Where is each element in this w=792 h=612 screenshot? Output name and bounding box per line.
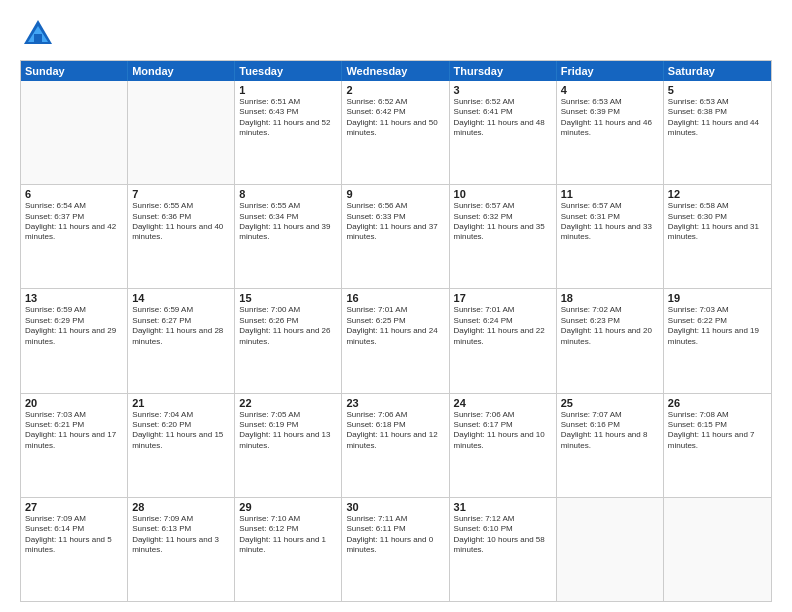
sunrise-text: Sunrise: 7:12 AM <box>454 514 552 524</box>
header-day-friday: Friday <box>557 61 664 81</box>
day-cell-1: 1Sunrise: 6:51 AMSunset: 6:43 PMDaylight… <box>235 81 342 184</box>
sunset-text: Sunset: 6:23 PM <box>561 316 659 326</box>
sunset-text: Sunset: 6:14 PM <box>25 524 123 534</box>
day-number: 20 <box>25 397 123 409</box>
day-cell-29: 29Sunrise: 7:10 AMSunset: 6:12 PMDayligh… <box>235 498 342 601</box>
day-cell-25: 25Sunrise: 7:07 AMSunset: 6:16 PMDayligh… <box>557 394 664 497</box>
sunset-text: Sunset: 6:36 PM <box>132 212 230 222</box>
sunset-text: Sunset: 6:33 PM <box>346 212 444 222</box>
daylight-text: Daylight: 11 hours and 35 minutes. <box>454 222 552 243</box>
day-number: 30 <box>346 501 444 513</box>
sunset-text: Sunset: 6:38 PM <box>668 107 767 117</box>
sunrise-text: Sunrise: 7:06 AM <box>454 410 552 420</box>
day-cell-6: 6Sunrise: 6:54 AMSunset: 6:37 PMDaylight… <box>21 185 128 288</box>
day-cell-22: 22Sunrise: 7:05 AMSunset: 6:19 PMDayligh… <box>235 394 342 497</box>
daylight-text: Daylight: 11 hours and 0 minutes. <box>346 535 444 556</box>
day-number: 10 <box>454 188 552 200</box>
day-cell-27: 27Sunrise: 7:09 AMSunset: 6:14 PMDayligh… <box>21 498 128 601</box>
sunset-text: Sunset: 6:10 PM <box>454 524 552 534</box>
daylight-text: Daylight: 11 hours and 12 minutes. <box>346 430 444 451</box>
sunset-text: Sunset: 6:12 PM <box>239 524 337 534</box>
sunset-text: Sunset: 6:39 PM <box>561 107 659 117</box>
daylight-text: Daylight: 11 hours and 22 minutes. <box>454 326 552 347</box>
day-cell-11: 11Sunrise: 6:57 AMSunset: 6:31 PMDayligh… <box>557 185 664 288</box>
sunrise-text: Sunrise: 6:56 AM <box>346 201 444 211</box>
daylight-text: Daylight: 11 hours and 37 minutes. <box>346 222 444 243</box>
sunset-text: Sunset: 6:25 PM <box>346 316 444 326</box>
page: SundayMondayTuesdayWednesdayThursdayFrid… <box>0 0 792 612</box>
day-number: 19 <box>668 292 767 304</box>
day-cell-empty <box>21 81 128 184</box>
day-number: 28 <box>132 501 230 513</box>
day-cell-17: 17Sunrise: 7:01 AMSunset: 6:24 PMDayligh… <box>450 289 557 392</box>
sunset-text: Sunset: 6:42 PM <box>346 107 444 117</box>
sunset-text: Sunset: 6:18 PM <box>346 420 444 430</box>
day-number: 25 <box>561 397 659 409</box>
day-number: 21 <box>132 397 230 409</box>
day-cell-15: 15Sunrise: 7:00 AMSunset: 6:26 PMDayligh… <box>235 289 342 392</box>
daylight-text: Daylight: 11 hours and 28 minutes. <box>132 326 230 347</box>
day-number: 3 <box>454 84 552 96</box>
day-number: 5 <box>668 84 767 96</box>
day-cell-empty <box>557 498 664 601</box>
sunset-text: Sunset: 6:22 PM <box>668 316 767 326</box>
daylight-text: Daylight: 11 hours and 31 minutes. <box>668 222 767 243</box>
calendar: SundayMondayTuesdayWednesdayThursdayFrid… <box>20 60 772 602</box>
daylight-text: Daylight: 11 hours and 1 minute. <box>239 535 337 556</box>
calendar-row-1: 1Sunrise: 6:51 AMSunset: 6:43 PMDaylight… <box>21 81 771 184</box>
day-number: 23 <box>346 397 444 409</box>
daylight-text: Daylight: 11 hours and 15 minutes. <box>132 430 230 451</box>
sunrise-text: Sunrise: 7:04 AM <box>132 410 230 420</box>
day-number: 17 <box>454 292 552 304</box>
calendar-header: SundayMondayTuesdayWednesdayThursdayFrid… <box>21 61 771 81</box>
calendar-row-2: 6Sunrise: 6:54 AMSunset: 6:37 PMDaylight… <box>21 184 771 288</box>
day-cell-10: 10Sunrise: 6:57 AMSunset: 6:32 PMDayligh… <box>450 185 557 288</box>
header-day-sunday: Sunday <box>21 61 128 81</box>
daylight-text: Daylight: 11 hours and 10 minutes. <box>454 430 552 451</box>
day-cell-4: 4Sunrise: 6:53 AMSunset: 6:39 PMDaylight… <box>557 81 664 184</box>
day-cell-18: 18Sunrise: 7:02 AMSunset: 6:23 PMDayligh… <box>557 289 664 392</box>
sunrise-text: Sunrise: 6:52 AM <box>454 97 552 107</box>
day-number: 22 <box>239 397 337 409</box>
day-number: 11 <box>561 188 659 200</box>
sunset-text: Sunset: 6:43 PM <box>239 107 337 117</box>
sunset-text: Sunset: 6:26 PM <box>239 316 337 326</box>
day-number: 16 <box>346 292 444 304</box>
daylight-text: Daylight: 11 hours and 5 minutes. <box>25 535 123 556</box>
day-cell-20: 20Sunrise: 7:03 AMSunset: 6:21 PMDayligh… <box>21 394 128 497</box>
sunrise-text: Sunrise: 7:09 AM <box>25 514 123 524</box>
daylight-text: Daylight: 11 hours and 50 minutes. <box>346 118 444 139</box>
sunrise-text: Sunrise: 6:51 AM <box>239 97 337 107</box>
header <box>20 16 772 52</box>
sunrise-text: Sunrise: 6:57 AM <box>454 201 552 211</box>
day-cell-30: 30Sunrise: 7:11 AMSunset: 6:11 PMDayligh… <box>342 498 449 601</box>
day-cell-26: 26Sunrise: 7:08 AMSunset: 6:15 PMDayligh… <box>664 394 771 497</box>
day-cell-23: 23Sunrise: 7:06 AMSunset: 6:18 PMDayligh… <box>342 394 449 497</box>
day-cell-7: 7Sunrise: 6:55 AMSunset: 6:36 PMDaylight… <box>128 185 235 288</box>
sunset-text: Sunset: 6:13 PM <box>132 524 230 534</box>
sunrise-text: Sunrise: 6:53 AM <box>668 97 767 107</box>
daylight-text: Daylight: 11 hours and 52 minutes. <box>239 118 337 139</box>
day-number: 29 <box>239 501 337 513</box>
daylight-text: Daylight: 11 hours and 24 minutes. <box>346 326 444 347</box>
sunrise-text: Sunrise: 7:10 AM <box>239 514 337 524</box>
sunset-text: Sunset: 6:20 PM <box>132 420 230 430</box>
header-day-thursday: Thursday <box>450 61 557 81</box>
sunset-text: Sunset: 6:19 PM <box>239 420 337 430</box>
svg-rect-2 <box>34 34 42 44</box>
daylight-text: Daylight: 11 hours and 26 minutes. <box>239 326 337 347</box>
day-number: 4 <box>561 84 659 96</box>
day-number: 8 <box>239 188 337 200</box>
sunrise-text: Sunrise: 7:09 AM <box>132 514 230 524</box>
day-cell-8: 8Sunrise: 6:55 AMSunset: 6:34 PMDaylight… <box>235 185 342 288</box>
daylight-text: Daylight: 10 hours and 58 minutes. <box>454 535 552 556</box>
sunset-text: Sunset: 6:30 PM <box>668 212 767 222</box>
daylight-text: Daylight: 11 hours and 13 minutes. <box>239 430 337 451</box>
day-cell-empty <box>128 81 235 184</box>
sunrise-text: Sunrise: 6:59 AM <box>25 305 123 315</box>
header-day-saturday: Saturday <box>664 61 771 81</box>
calendar-row-3: 13Sunrise: 6:59 AMSunset: 6:29 PMDayligh… <box>21 288 771 392</box>
daylight-text: Daylight: 11 hours and 29 minutes. <box>25 326 123 347</box>
sunrise-text: Sunrise: 7:03 AM <box>668 305 767 315</box>
day-cell-28: 28Sunrise: 7:09 AMSunset: 6:13 PMDayligh… <box>128 498 235 601</box>
